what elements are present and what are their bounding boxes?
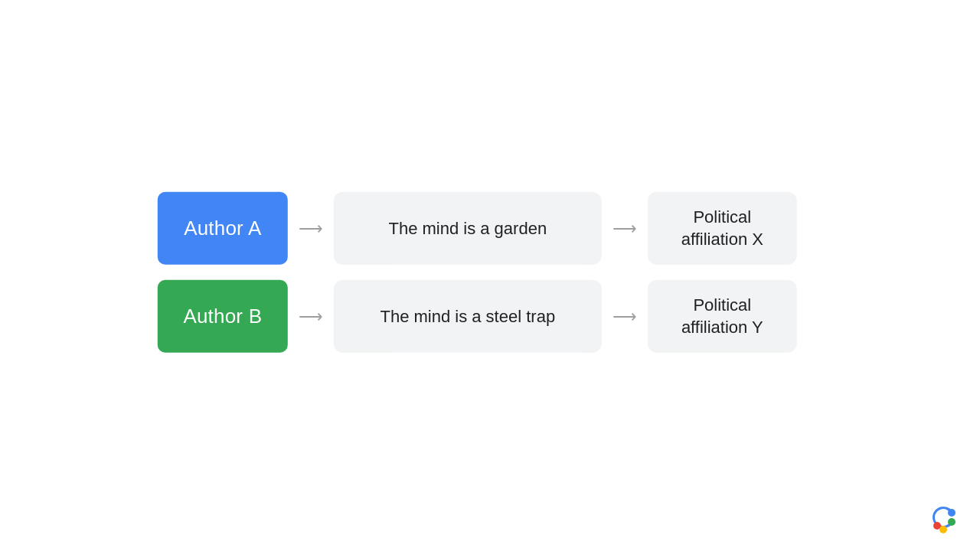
arrow-1b: ⟶ — [602, 218, 648, 238]
quote-1-text: The mind is a garden — [388, 218, 547, 238]
svg-point-1 — [939, 526, 947, 533]
row-1: Author A ⟶ The mind is a garden ⟶ Politi… — [158, 192, 797, 265]
diagram-container: Author A ⟶ The mind is a garden ⟶ Politi… — [158, 192, 797, 353]
arrow-1b-icon: ⟶ — [612, 218, 637, 238]
google-cloud-logo — [925, 499, 962, 536]
affiliation-1-text: Politicalaffiliation X — [681, 207, 763, 250]
arrow-2b: ⟶ — [602, 306, 648, 326]
row-2: Author B ⟶ The mind is a steel trap ⟶ Po… — [158, 280, 797, 353]
quote-1-box: The mind is a garden — [334, 192, 602, 265]
affiliation-2-box: Politicalaffiliation Y — [648, 280, 797, 353]
affiliation-1-box: Politicalaffiliation X — [648, 192, 797, 265]
author-a-box: Author A — [158, 192, 288, 265]
arrow-1a-icon: ⟶ — [299, 218, 323, 238]
arrow-2b-icon: ⟶ — [612, 306, 637, 326]
author-a-label: Author A — [184, 217, 261, 240]
author-b-box: Author B — [158, 280, 288, 353]
svg-point-2 — [948, 518, 956, 526]
arrow-2a-icon: ⟶ — [299, 306, 323, 326]
svg-point-3 — [948, 509, 956, 517]
arrow-2a: ⟶ — [288, 306, 334, 326]
author-b-label: Author B — [183, 305, 262, 328]
affiliation-2-text: Politicalaffiliation Y — [681, 295, 763, 338]
quote-2-box: The mind is a steel trap — [334, 280, 602, 353]
quote-2-text: The mind is a steel trap — [380, 306, 555, 326]
arrow-1a: ⟶ — [288, 218, 334, 238]
